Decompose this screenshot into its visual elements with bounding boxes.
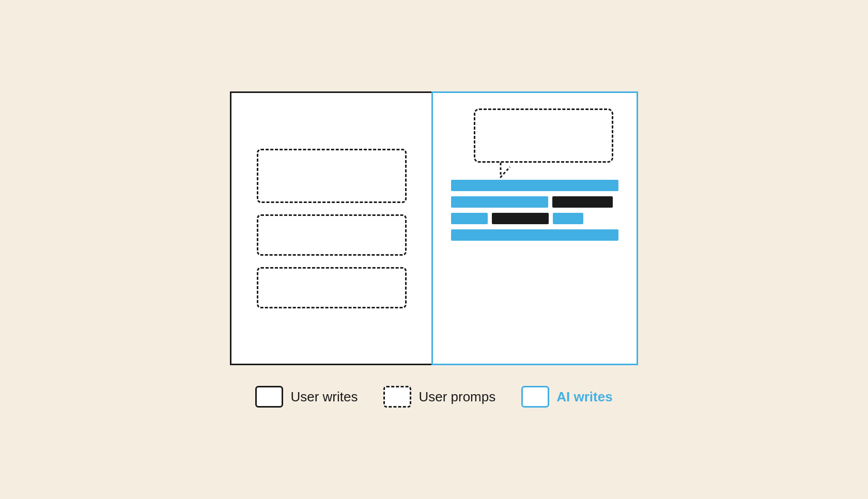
blue-bar-partial xyxy=(451,196,548,208)
dashed-box-3 xyxy=(257,267,407,308)
main-card xyxy=(230,91,638,365)
black-bar-2 xyxy=(492,213,549,224)
dashed-box-2 xyxy=(257,214,407,256)
diagram-container: User writes User promps AI writes xyxy=(230,91,638,408)
legend-blue-box xyxy=(521,386,549,408)
blue-bar-full-1 xyxy=(451,180,618,191)
legend-user-prompts: User promps xyxy=(383,386,495,408)
right-panel xyxy=(431,91,638,365)
legend-dashed-box xyxy=(383,386,411,408)
legend-user-writes: User writes xyxy=(255,386,358,408)
legend: User writes User promps AI writes xyxy=(255,386,612,408)
legend-ai-writes-label: AI writes xyxy=(556,389,612,405)
left-panel xyxy=(230,91,431,365)
text-line-1 xyxy=(451,180,618,191)
text-line-4 xyxy=(451,229,618,241)
speech-bubble xyxy=(474,108,613,163)
black-bar-1 xyxy=(552,196,613,208)
text-line-2 xyxy=(451,196,618,208)
blue-bar-full-2 xyxy=(451,229,618,241)
text-line-3 xyxy=(451,213,618,224)
speech-bubble-tail-icon xyxy=(500,162,515,178)
blue-bar-small-1 xyxy=(451,213,488,224)
legend-user-prompts-label: User promps xyxy=(419,389,495,405)
blue-bar-small-2 xyxy=(553,213,583,224)
speech-bubble-wrapper xyxy=(474,108,613,163)
ai-text-lines xyxy=(451,180,618,241)
legend-ai-writes: AI writes xyxy=(521,386,612,408)
legend-solid-box xyxy=(255,386,283,408)
dashed-box-1 xyxy=(257,149,407,203)
legend-user-writes-label: User writes xyxy=(290,389,358,405)
